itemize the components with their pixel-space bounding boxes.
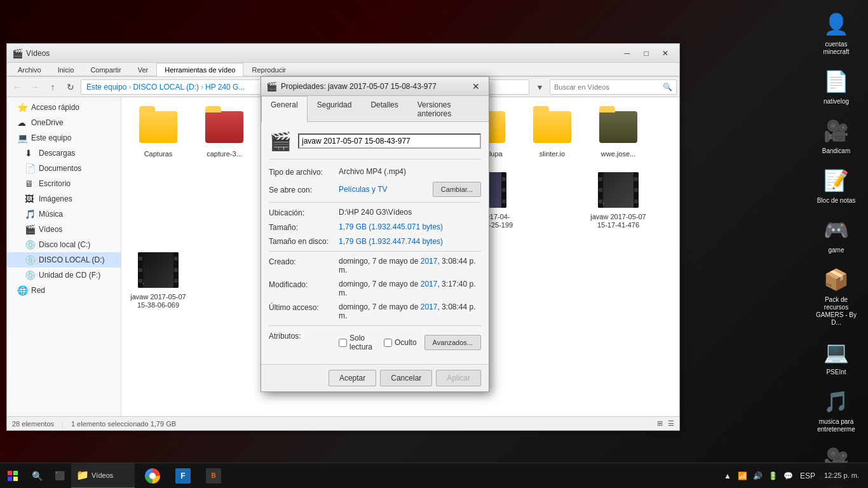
tab-inicio[interactable]: Inicio	[50, 63, 83, 76]
hidden-label: Oculto	[395, 338, 417, 347]
volume-icon[interactable]: 🔊	[752, 463, 764, 489]
tray-chevron[interactable]: ▲	[721, 463, 734, 489]
sidebar-label-equipo: Este equipo	[31, 133, 71, 142]
refresh-button[interactable]: ↻	[63, 79, 78, 95]
taskbar-search-button[interactable]: 🔍	[25, 463, 48, 489]
crumb-computer[interactable]: Este equipo	[86, 83, 126, 92]
desktop-icon-cuentas[interactable]: 👤 cuentas minecraft	[811, 6, 862, 58]
svg-rect-2	[8, 477, 12, 481]
forward-button[interactable]: →	[27, 79, 43, 95]
system-clock[interactable]: 12:25 p. m.	[820, 471, 863, 480]
dialog-tab-seguridad[interactable]: Seguridad	[308, 96, 362, 122]
up-button[interactable]: ↑	[45, 79, 60, 95]
slinter-label: slinter.io	[539, 150, 565, 158]
taskbar-filmora[interactable]: F	[168, 463, 198, 489]
svg-rect-0	[8, 471, 12, 475]
status-size: 1,79 GB	[151, 420, 176, 428]
sidebar-item-escritorio[interactable]: 🖥 Escritorio	[7, 176, 121, 191]
sidebar-item-documentos[interactable]: 📄 Documentos	[7, 161, 121, 176]
sidebar-label-diskc: Disco local (C:)	[39, 240, 90, 249]
cuentas-label: cuentas minecraft	[813, 41, 859, 56]
minimize-button[interactable]: ─	[618, 46, 636, 60]
dropdown-button[interactable]: ▾	[532, 79, 547, 95]
desktop-icon-bloc[interactable]: 📝 Bloc de notas	[811, 163, 862, 207]
explorer-taskbar-label: Vídeos	[92, 471, 113, 479]
search-icon: 🔍	[663, 83, 672, 92]
taskbar-bottom-apps: F B	[137, 463, 229, 489]
cancel-button[interactable]: Cancelar	[380, 370, 432, 386]
crumb-hp[interactable]: HP 240 G...	[205, 83, 245, 92]
explorer-titlebar: 🎬 Vídeos ─ □ ✕	[7, 44, 679, 63]
sidebar-item-imagenes[interactable]: 🖼 Imágenes	[7, 191, 121, 207]
documentos-icon: 📄	[25, 163, 35, 173]
musica-sidebar-icon: 🎵	[25, 209, 35, 219]
desktop-icon-nativelog[interactable]: 📄 nativelog	[811, 64, 862, 108]
search-input[interactable]	[554, 83, 660, 91]
change-button[interactable]: Cambiar...	[433, 182, 481, 197]
file-item-capture3[interactable]: capture-3...	[193, 102, 256, 163]
dialog-tab-versiones[interactable]: Versiones anteriores	[408, 96, 489, 122]
ok-button[interactable]: Aceptar	[329, 370, 376, 386]
game-icon: 🎮	[821, 215, 851, 245]
language-indicator[interactable]: ESP	[797, 471, 818, 480]
dialog-filename-input[interactable]	[298, 133, 481, 149]
desktop-icon-game[interactable]: 🎮 game	[811, 212, 862, 257]
status-view-buttons: ⊞ ☰	[657, 419, 674, 428]
task-view-button[interactable]: ⬛	[48, 463, 71, 489]
sidebar-item-equipo[interactable]: 💻 Este equipo	[7, 130, 121, 146]
taskbar-bandicam-bottom[interactable]: B	[198, 463, 229, 489]
musica-icon: 🎵	[821, 386, 851, 417]
crumb-disco[interactable]: DISCO LOCAL (D:)	[133, 83, 199, 92]
apply-button[interactable]: Aplicar	[436, 370, 481, 386]
dialog-tab-general[interactable]: General	[261, 96, 308, 122]
dialog-tab-detalles[interactable]: Detalles	[361, 96, 407, 122]
sidebar-item-videos[interactable]: 🎬 Vídeos	[7, 222, 121, 237]
maximize-button[interactable]: □	[637, 46, 655, 60]
notifications-icon[interactable]: 💬	[782, 463, 795, 489]
clock-time: 12:25 p. m.	[824, 471, 859, 480]
file-item-javaw4[interactable]: javaw 2017-05-07 15-38-06-069	[126, 245, 190, 314]
file-item-slinter[interactable]: slinter.io	[520, 102, 584, 163]
advanced-button[interactable]: Avanzados...	[424, 335, 481, 350]
close-button[interactable]: ✕	[656, 46, 674, 60]
sidebar-item-acceso[interactable]: ⭐ Acceso rápido	[7, 100, 121, 115]
pack-icon: 📦	[821, 264, 851, 295]
tab-archivo[interactable]: Archivo	[10, 63, 50, 76]
grid-view-icon[interactable]: ⊞	[657, 419, 663, 428]
sidebar-item-onedrive[interactable]: ☁ OneDrive	[7, 115, 121, 130]
file-item-wwe[interactable]: wwe.jose...	[587, 102, 650, 163]
hidden-checkbox[interactable]	[384, 339, 392, 347]
file-item-capturas[interactable]: Capturas	[126, 102, 190, 163]
desktop-icon-musica[interactable]: 🎵 musica para entretenerme	[811, 384, 862, 436]
readonly-checkbox-label: Solo lectura	[339, 334, 376, 351]
desktop-icon-pseint[interactable]: 💻 PSEInt	[811, 334, 862, 379]
tab-reproducir[interactable]: Reproducir	[243, 63, 294, 76]
sidebar-item-diskf[interactable]: 💿 Unidad de CD (F:)	[7, 268, 121, 283]
tab-herramientas[interactable]: Herramientas de vídeo	[156, 63, 243, 76]
sidebar-item-diskd[interactable]: 💿 DISCO LOCAL (D:)	[7, 252, 121, 268]
nativelog-label: nativelog	[824, 98, 849, 105]
tab-compartir[interactable]: Compartir	[82, 63, 129, 76]
desktop-icon-bandicam[interactable]: 🎥 Bandicam	[811, 113, 862, 158]
size-disk-value: 1,79 GB (1.932.447.744 bytes)	[339, 237, 481, 246]
dialog-close-button[interactable]: ✕	[468, 79, 484, 93]
start-button[interactable]	[0, 463, 25, 489]
sidebar-item-musica[interactable]: 🎵 Música	[7, 207, 121, 222]
sidebar-item-red[interactable]: 🌐 Red	[7, 283, 121, 298]
javaw4-icon	[138, 250, 179, 290]
tab-ver[interactable]: Ver	[130, 63, 157, 76]
game-label: game	[828, 247, 844, 254]
sidebar-item-diskc[interactable]: 💿 Disco local (C:)	[7, 237, 121, 252]
javaw3-icon	[598, 170, 639, 210]
capturas-label: Capturas	[144, 150, 173, 158]
sidebar-item-descargas[interactable]: ⬇ Descargas	[7, 146, 121, 161]
back-button[interactable]: ←	[10, 79, 25, 95]
list-view-icon[interactable]: ☰	[668, 419, 674, 428]
file-item-javaw3[interactable]: javaw 2017-05-07 15-17-41-476	[587, 165, 650, 243]
size-value: 1,79 GB (1.932.445.071 bytes)	[339, 222, 481, 231]
desktop-icon-pack[interactable]: 📦 Pack de recursos GAMERS - By D...	[811, 262, 862, 329]
taskbar-chrome[interactable]	[137, 463, 168, 489]
readonly-checkbox[interactable]	[339, 339, 347, 347]
bandicam-icon: 🎥	[821, 116, 851, 146]
taskbar-item-explorer[interactable]: 📁 Vídeos	[71, 463, 135, 489]
